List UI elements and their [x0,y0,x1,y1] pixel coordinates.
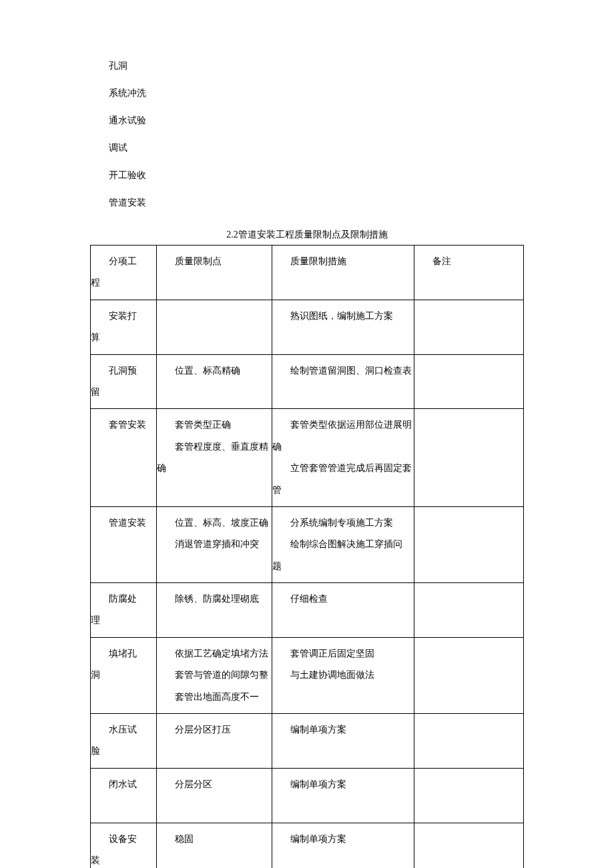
cell-text: 位置、标高精确 [157,360,272,382]
cell-text: 闭水试 [91,774,156,795]
table-row: 防腐处理除锈、防腐处理砌底仔细检查 [91,583,524,638]
cell-text: 算 [91,327,156,348]
cell-text: 熟识图纸，编制施工方案 [272,306,414,327]
cell-text: 仔细检查 [272,588,414,610]
list-item: 通水试验 [109,115,524,127]
cell-text: 水压试 [91,719,156,741]
cell-text: 除锈、防腐处理砌底 [157,588,272,610]
cell-text: 孔洞预 [91,360,156,382]
list-item: 孔洞 [109,60,524,72]
table-header-row: 分项工程 质量限制点 质量限制措施 备注 [91,246,524,300]
list-item: 管道安装 [109,197,524,209]
table-row: 设备安装稳固编制单项方案 [91,823,524,868]
cell-text: 确 [272,436,414,458]
table-row: 闭水试 分层分区编制单项方案 [91,768,524,823]
cell-text: 分层分区 [157,774,272,795]
cell-text: 依据工艺确定填堵方法 [157,643,272,665]
table-row: 安装打算熟识图纸，编制施工方案 [91,300,524,354]
list-item: 调试 [109,142,524,154]
table-row: 水压试脸分层分区打压编制单项方案 [91,714,524,769]
cell-text: 防腐处 [91,588,156,610]
cell-text: 套管安装 [91,414,156,436]
table-row: 管道安装位置、标高、坡度正确消退管道穿插和冲突分系统编制专项施工方案绘制综合图解… [91,506,524,582]
cell-text: 绘制管道留洞图、洞口检查表 [272,360,414,382]
cell-text: 留 [91,382,156,403]
cell-text: 套管与管道的间隙匀整 [157,665,272,686]
cell-text: 管道安装 [91,512,156,534]
cell-text: 分层分区打压 [157,719,272,741]
cell-text: 位置、标高、坡度正确 [157,512,272,534]
table-title: 2.2管道安装工程质量限制点及限制措施 [90,229,524,241]
cell-text: 套管类型依据运用部位进展明 [272,414,414,436]
cell-text: 安装打 [91,306,156,327]
process-list: 孔洞 系统冲洗 通水试验 调试 开工验收 管道安装 [109,60,524,209]
cell-text: 填堵孔 [91,643,156,665]
cell-text: 绘制综合图解决施工穿插问 [272,534,414,555]
cell-text: 套管出地面高度不一 [157,687,272,708]
cell-text: 稳固 [157,829,272,850]
cell-text: 编制单项方案 [272,774,414,795]
cell-text: 编制单项方案 [272,829,414,850]
cell-text: 设备安 [91,829,156,850]
table-row: 套管安装套管类型正确套管程度度、垂直度精确套管类型依据运用部位进展明确立管套管管… [91,409,524,507]
cell-text: 题 [272,556,414,577]
cell-text: 脸 [91,741,156,762]
list-item: 系统冲洗 [109,87,524,99]
cell-text: 管 [272,480,414,501]
cell-text: 理 [91,610,156,631]
cell-text: 套管调正后固定坚固 [272,643,414,665]
table-row: 填堵孔洞依据工艺确定填堵方法套管与管道的间隙匀整套管出地面高度不一套管调正后固定… [91,637,524,713]
quality-control-table: 分项工程 质量限制点 质量限制措施 备注 安装打算熟识图纸，编制施工方案孔洞预留… [90,245,524,868]
cell-text: 立管套管管道完成后再固定套 [272,458,414,479]
cell-text: 分系统编制专项施工方案 [272,512,414,534]
cell-text: 与土建协调地面做法 [272,665,414,686]
list-item: 开工验收 [109,169,524,181]
cell-text: 装 [91,850,156,868]
cell-text: 洞 [91,665,156,686]
cell-text: 消退管道穿插和冲突 [157,534,272,555]
table-row: 孔洞预留位置、标高精确绘制管道留洞图、洞口检查表 [91,354,524,409]
cell-text: 套管类型正确 [157,414,272,436]
header-c4: 备注 [414,251,523,272]
cell-text: 编制单项方案 [272,719,414,741]
header-c3: 质量限制措施 [272,251,414,272]
cell-text: 套管程度度、垂直度精确 [157,436,272,480]
header-c2: 质量限制点 [157,251,272,272]
